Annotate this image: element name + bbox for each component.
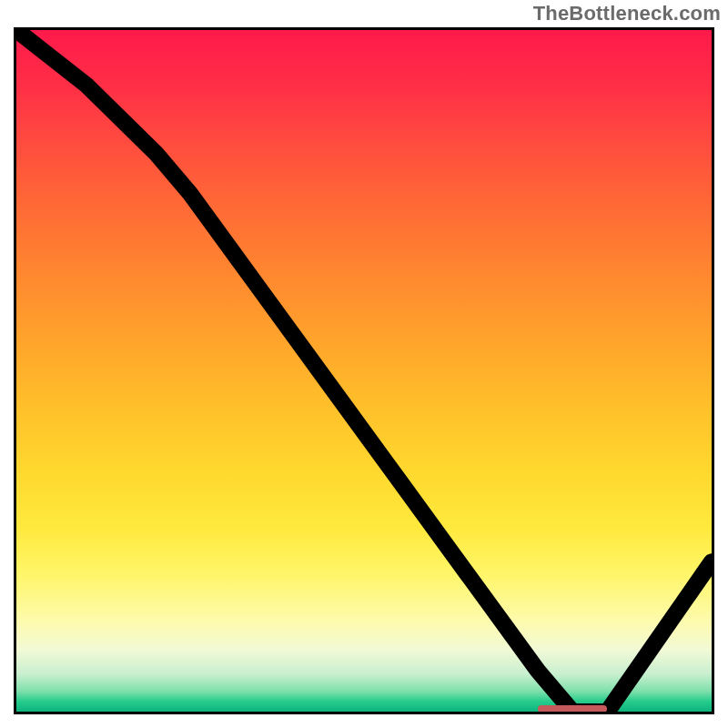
chart-frame: TheBottleneck.com	[0, 0, 728, 728]
watermark-text: TheBottleneck.com	[533, 2, 721, 25]
curve-layer	[16, 30, 712, 712]
plot-area	[14, 27, 714, 714]
optimal-range-marker	[538, 705, 607, 713]
bottleneck-curve	[16, 30, 712, 712]
